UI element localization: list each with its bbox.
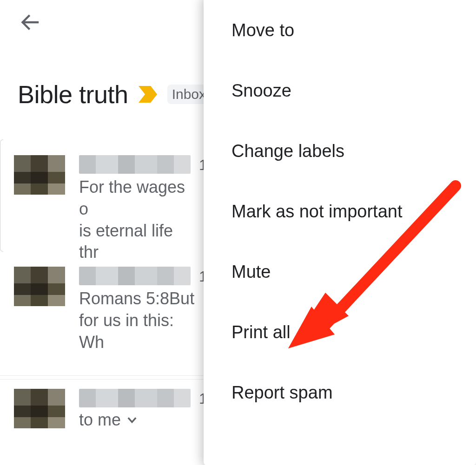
chevron-down-icon [126,413,139,426]
subject-row: Bible truth Inbox [18,80,211,109]
subject-title: Bible truth [18,80,128,109]
important-marker-icon[interactable] [138,85,158,104]
message-snippet: Romans 5:8But for us in this: Wh [79,288,195,353]
menu-item-mute[interactable]: Mute [204,242,476,302]
arrow-left-icon [20,10,44,34]
avatar [14,155,65,206]
sender-name-redacted [79,267,191,285]
sender-name-redacted [79,389,191,407]
avatar [14,267,65,318]
overflow-menu: Move to Snooze Change labels Mark as not… [204,0,476,465]
menu-item-print-all[interactable]: Print all [204,302,476,362]
recipients-label: to me [79,410,121,430]
menu-item-mark-not-important[interactable]: Mark as not important [204,181,476,242]
back-button[interactable] [18,8,46,36]
menu-item-snooze[interactable]: Snooze [204,60,476,121]
sender-name-redacted [79,155,191,174]
menu-item-change-labels[interactable]: Change labels [204,121,476,181]
avatar [14,389,65,440]
menu-item-report-spam[interactable]: Report spam [204,362,476,423]
email-thread-screen: Bible truth Inbox 14 For the wages o is … [0,0,476,465]
message-snippet: For the wages o is eternal life thr [79,177,195,263]
menu-item-move-to[interactable]: Move to [204,0,476,60]
